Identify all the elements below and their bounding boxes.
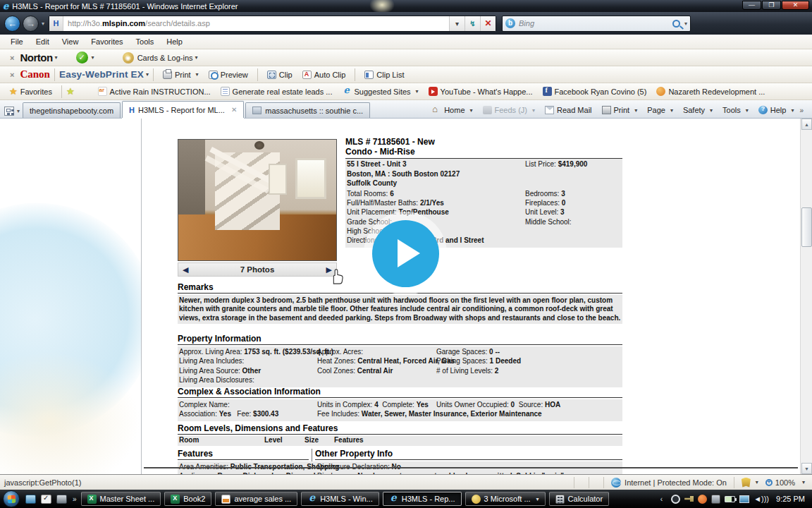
bing-icon: b [505, 18, 515, 28]
property-info-section: Property Information Approx. Living Area… [178, 334, 622, 387]
tab-massachusetts-southie[interactable]: massachusetts :: southie c... [245, 102, 370, 118]
quick-tabs-icon[interactable] [4, 107, 14, 116]
back-button[interactable]: ← [4, 16, 20, 32]
forward-button[interactable]: → [23, 16, 39, 32]
tab-close-icon[interactable]: ✕ [231, 106, 237, 114]
address-bar[interactable]: H http://h3o.mlspin.com/search/details.a… [49, 16, 496, 32]
listing-photo[interactable] [178, 139, 337, 261]
favorite-link-nazareth[interactable]: Nazareth Redevelopment ... [651, 87, 770, 96]
taskbar-button-book2[interactable]: Book2 [164, 492, 211, 506]
favorite-link-youtube[interactable]: YouTube - What's Happe... [424, 87, 538, 96]
menu-favorites[interactable]: Favorites [85, 36, 129, 47]
field-label: Middle School: [525, 218, 572, 226]
start-button[interactable] [3, 490, 20, 507]
tray-key-icon[interactable] [684, 495, 694, 504]
caret-icon[interactable]: ▾ [756, 479, 758, 485]
favorite-link-leads[interactable]: Generate real estate leads ... [216, 87, 338, 96]
home-button[interactable]: Home▾ [428, 105, 476, 115]
stop-button[interactable]: ✕ [480, 16, 496, 31]
tab-thegetinshapebooty[interactable]: thegetinshapebooty.com [23, 102, 121, 118]
tab-list-dropdown[interactable]: ▾ [17, 108, 20, 114]
clock[interactable]: 9:25 PM [776, 495, 805, 503]
favorite-link-facebook[interactable]: Facebook Ryan Covino (5) [538, 87, 652, 96]
norton-close-icon[interactable]: × [4, 54, 20, 62]
url-text[interactable]: http://h3o.mlspin.com/search/details.asp [63, 19, 449, 28]
vertical-scrollbar[interactable]: ▲ ▼ [800, 119, 812, 474]
minimize-button[interactable]: — [742, 1, 761, 10]
tray-update-icon[interactable] [698, 495, 707, 504]
help-menu-button[interactable]: Help▾ [754, 105, 799, 115]
tab-h3mls-report[interactable]: H H3MLS - Report for ML... ✕ [122, 101, 244, 118]
refresh-button[interactable]: ↯ [465, 16, 480, 31]
clip-button[interactable]: Clip [262, 71, 297, 79]
ie-icon [307, 495, 316, 504]
close-button[interactable]: ✕ [782, 1, 809, 10]
taskbar-button-average-sales[interactable]: average sales ... [215, 492, 297, 506]
search-options-dropdown[interactable]: ▾ [684, 20, 687, 27]
quick-launch-overflow-icon[interactable]: » [73, 495, 77, 503]
video-play-overlay[interactable] [364, 212, 447, 295]
taskbar-button-outlook-group[interactable]: 3 Microsoft ...▾ [465, 492, 546, 506]
auto-clip-button[interactable]: Auto Clip [297, 71, 351, 79]
previous-photo-arrow[interactable]: ◀ [183, 265, 188, 274]
network-icon[interactable] [739, 495, 749, 503]
zoom-dropdown[interactable]: ▾ [802, 479, 805, 485]
norton-menu[interactable]: Norton [20, 52, 52, 64]
tools-menu-button[interactable]: Tools▾ [718, 105, 753, 115]
menu-help[interactable]: Help [160, 36, 189, 47]
safety-menu-button[interactable]: Safety▾ [679, 105, 717, 115]
cards-logins-menu[interactable]: Cards & Log-ins [137, 54, 193, 62]
clip-list-button[interactable]: Clip List [359, 71, 409, 79]
favorites-button[interactable]: ★Favorites [4, 86, 57, 97]
search-box[interactable]: b Bing ▾ [502, 16, 691, 32]
print-button[interactable]: Print▾ [158, 71, 204, 79]
taskbar-button-h3mls-report[interactable]: H3MLS - Rep... [383, 492, 462, 506]
tray-clock-icon[interactable] [671, 495, 680, 504]
favorite-link-activerain[interactable]: Active Rain INSTRUCTION... [93, 87, 216, 96]
menu-tools[interactable]: Tools [130, 36, 161, 47]
tray-display-icon[interactable] [711, 495, 720, 504]
zoom-level[interactable]: 100% [775, 478, 795, 487]
easy-webprint-menu[interactable]: Easy-WebPrint EX [59, 69, 144, 80]
address-dropdown[interactable]: ▾ [449, 16, 465, 31]
field-value: 6 [390, 190, 394, 198]
city-line: Boston, MA : South Boston 02127 [347, 170, 460, 178]
tray-expand-icon[interactable]: ‹ [660, 495, 663, 503]
history-dropdown[interactable]: ▾ [42, 20, 44, 27]
quick-launch-icon[interactable] [56, 495, 67, 504]
field-label: Unit Level: [525, 208, 558, 216]
preview-button[interactable]: Preview [204, 71, 253, 79]
cursor-pointer [328, 268, 344, 285]
identity-safe-lock-icon[interactable]: ◉ [123, 52, 134, 64]
add-favorite-icon[interactable]: ★ [66, 86, 75, 97]
battery-icon[interactable] [725, 496, 735, 502]
volume-icon[interactable]: ◄))) [753, 495, 769, 503]
page-menu-button[interactable]: Page▾ [643, 105, 677, 115]
scroll-up-arrow[interactable]: ▲ [801, 119, 812, 130]
read-mail-button[interactable]: Read Mail [541, 105, 596, 115]
play-button[interactable] [372, 220, 439, 287]
menu-edit[interactable]: Edit [30, 36, 56, 47]
canon-close-icon[interactable]: × [4, 71, 20, 79]
taskbar-button-h3mls-win[interactable]: H3MLS - Win... [301, 492, 379, 506]
taskbar-button-master-sheet[interactable]: Master Sheet ... [81, 492, 161, 506]
taskbar-button-calculator[interactable]: Calculator [549, 492, 610, 506]
print-command-button[interactable]: Print▾ [598, 105, 642, 115]
field-value: 2/1/Yes [420, 199, 444, 207]
search-icon[interactable] [672, 20, 680, 28]
scroll-thumb[interactable] [801, 207, 812, 247]
search-input[interactable]: Bing [519, 19, 672, 28]
scroll-down-arrow[interactable]: ▼ [801, 463, 812, 474]
restore-button[interactable]: ❐ [762, 1, 781, 10]
show-desktop-icon[interactable] [25, 495, 36, 504]
menu-file[interactable]: File [4, 36, 30, 47]
overflow-chevron-icon[interactable]: » [799, 107, 804, 114]
zoom-icon[interactable] [765, 479, 773, 486]
norton-safeweb-icon[interactable]: ✓ [76, 52, 88, 64]
favorite-link-suggested-sites[interactable]: Suggested Sites▾ [337, 87, 423, 96]
inprivate-shield-icon[interactable] [742, 478, 751, 488]
feeds-button[interactable]: Feeds (J)▾ [479, 105, 539, 115]
quick-launch-icon[interactable] [41, 495, 51, 504]
menu-view[interactable]: View [56, 36, 85, 47]
field-value: 3 [561, 190, 565, 198]
